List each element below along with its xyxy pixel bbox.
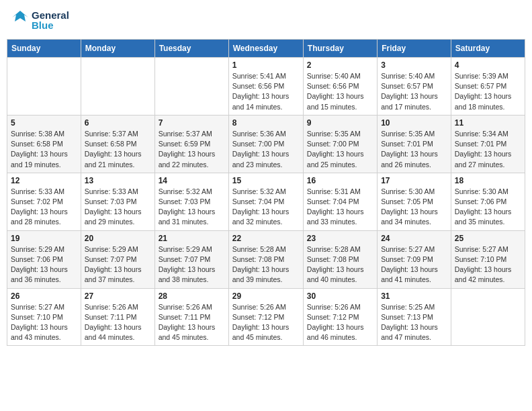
calendar-cell: 11Sunrise: 5:34 AMSunset: 7:01 PMDayligh… <box>451 115 525 173</box>
calendar-cell: 24Sunrise: 5:27 AMSunset: 7:09 PMDayligh… <box>378 230 451 288</box>
day-number: 17 <box>381 176 447 185</box>
calendar-cell: 2Sunrise: 5:40 AMSunset: 6:56 PMDaylight… <box>303 58 377 116</box>
day-number: 1 <box>232 60 300 70</box>
day-info: Sunrise: 5:32 AMSunset: 7:03 PMDaylight:… <box>159 187 225 228</box>
day-number: 9 <box>307 118 373 128</box>
calendar-header-sunday: Sunday <box>7 40 81 58</box>
day-number: 22 <box>232 234 300 243</box>
calendar-cell: 23Sunrise: 5:28 AMSunset: 7:08 PMDayligh… <box>303 230 377 288</box>
calendar-cell: 18Sunrise: 5:30 AMSunset: 7:06 PMDayligh… <box>451 173 525 230</box>
calendar-header-monday: Monday <box>81 40 154 58</box>
calendar-cell <box>7 58 81 116</box>
calendar-header-saturday: Saturday <box>451 40 525 58</box>
day-info: Sunrise: 5:40 AMSunset: 6:56 PMDaylight:… <box>307 71 373 112</box>
day-number: 27 <box>85 291 151 301</box>
calendar-cell: 3Sunrise: 5:40 AMSunset: 6:57 PMDaylight… <box>378 58 451 116</box>
calendar-cell: 28Sunrise: 5:26 AMSunset: 7:11 PMDayligh… <box>154 288 228 346</box>
day-number: 12 <box>11 176 77 185</box>
calendar-cell <box>451 288 525 346</box>
day-number: 30 <box>307 291 373 301</box>
calendar-header-row: SundayMondayTuesdayWednesdayThursdayFrid… <box>7 40 525 58</box>
calendar-week-row: 12Sunrise: 5:33 AMSunset: 7:02 PMDayligh… <box>7 173 525 230</box>
day-number: 4 <box>455 60 521 70</box>
calendar-week-row: 26Sunrise: 5:27 AMSunset: 7:10 PMDayligh… <box>7 288 525 346</box>
calendar-cell: 8Sunrise: 5:36 AMSunset: 7:00 PMDaylight… <box>228 115 303 173</box>
day-number: 16 <box>307 176 373 185</box>
day-number: 15 <box>232 176 300 185</box>
day-info: Sunrise: 5:33 AMSunset: 7:02 PMDaylight:… <box>11 187 77 228</box>
calendar-header-thursday: Thursday <box>303 40 377 58</box>
day-info: Sunrise: 5:41 AMSunset: 6:56 PMDaylight:… <box>232 71 300 112</box>
calendar-cell: 30Sunrise: 5:26 AMSunset: 7:12 PMDayligh… <box>303 288 377 346</box>
calendar-header-wednesday: Wednesday <box>228 40 303 58</box>
day-number: 28 <box>159 291 225 301</box>
day-info: Sunrise: 5:35 AMSunset: 7:00 PMDaylight:… <box>307 129 373 170</box>
day-number: 8 <box>232 118 300 128</box>
calendar-cell: 10Sunrise: 5:35 AMSunset: 7:01 PMDayligh… <box>378 115 451 173</box>
logo: General Blue <box>11 9 69 31</box>
day-info: Sunrise: 5:27 AMSunset: 7:10 PMDaylight:… <box>455 244 521 285</box>
day-info: Sunrise: 5:29 AMSunset: 7:06 PMDaylight:… <box>11 244 77 285</box>
calendar-cell: 12Sunrise: 5:33 AMSunset: 7:02 PMDayligh… <box>7 173 81 230</box>
day-number: 2 <box>307 60 373 70</box>
calendar-cell: 29Sunrise: 5:26 AMSunset: 7:12 PMDayligh… <box>228 288 303 346</box>
day-number: 13 <box>85 176 151 185</box>
day-info: Sunrise: 5:32 AMSunset: 7:04 PMDaylight:… <box>232 187 300 228</box>
day-info: Sunrise: 5:26 AMSunset: 7:12 PMDaylight:… <box>232 302 300 343</box>
day-number: 21 <box>159 234 225 243</box>
day-number: 19 <box>11 234 77 243</box>
calendar-cell: 27Sunrise: 5:26 AMSunset: 7:11 PMDayligh… <box>81 288 154 346</box>
calendar-week-row: 5Sunrise: 5:38 AMSunset: 6:58 PMDaylight… <box>7 115 525 173</box>
calendar-week-row: 1Sunrise: 5:41 AMSunset: 6:56 PMDaylight… <box>7 58 525 116</box>
day-number: 25 <box>455 234 521 243</box>
calendar-table: SundayMondayTuesdayWednesdayThursdayFrid… <box>7 39 525 346</box>
calendar-header-tuesday: Tuesday <box>154 40 228 58</box>
day-info: Sunrise: 5:30 AMSunset: 7:06 PMDaylight:… <box>455 187 521 228</box>
day-number: 18 <box>455 176 521 185</box>
day-number: 14 <box>159 176 225 185</box>
day-info: Sunrise: 5:37 AMSunset: 6:58 PMDaylight:… <box>85 129 151 170</box>
calendar-cell: 1Sunrise: 5:41 AMSunset: 6:56 PMDaylight… <box>228 58 303 116</box>
logo-general-text: General <box>32 10 69 20</box>
day-info: Sunrise: 5:27 AMSunset: 7:10 PMDaylight:… <box>11 302 77 343</box>
day-number: 24 <box>381 234 447 243</box>
calendar-cell <box>154 58 228 116</box>
day-number: 31 <box>381 291 447 301</box>
day-number: 11 <box>455 118 521 128</box>
calendar-cell: 5Sunrise: 5:38 AMSunset: 6:58 PMDaylight… <box>7 115 81 173</box>
day-number: 6 <box>85 118 151 128</box>
day-info: Sunrise: 5:28 AMSunset: 7:08 PMDaylight:… <box>232 244 300 285</box>
day-info: Sunrise: 5:39 AMSunset: 6:57 PMDaylight:… <box>455 71 521 112</box>
day-info: Sunrise: 5:37 AMSunset: 6:59 PMDaylight:… <box>159 129 225 170</box>
calendar-cell: 4Sunrise: 5:39 AMSunset: 6:57 PMDaylight… <box>451 58 525 116</box>
day-info: Sunrise: 5:29 AMSunset: 7:07 PMDaylight:… <box>85 244 151 285</box>
calendar-cell <box>81 58 154 116</box>
day-info: Sunrise: 5:28 AMSunset: 7:08 PMDaylight:… <box>307 244 373 285</box>
day-info: Sunrise: 5:25 AMSunset: 7:13 PMDaylight:… <box>381 302 447 343</box>
day-info: Sunrise: 5:27 AMSunset: 7:09 PMDaylight:… <box>381 244 447 285</box>
day-info: Sunrise: 5:40 AMSunset: 6:57 PMDaylight:… <box>381 71 447 112</box>
day-info: Sunrise: 5:38 AMSunset: 6:58 PMDaylight:… <box>11 129 77 170</box>
calendar-cell: 15Sunrise: 5:32 AMSunset: 7:04 PMDayligh… <box>228 173 303 230</box>
calendar-cell: 13Sunrise: 5:33 AMSunset: 7:03 PMDayligh… <box>81 173 154 230</box>
logo-bird-icon <box>11 9 30 31</box>
calendar-cell: 26Sunrise: 5:27 AMSunset: 7:10 PMDayligh… <box>7 288 81 346</box>
day-info: Sunrise: 5:36 AMSunset: 7:00 PMDaylight:… <box>232 129 300 170</box>
day-info: Sunrise: 5:26 AMSunset: 7:12 PMDaylight:… <box>307 302 373 343</box>
calendar-week-row: 19Sunrise: 5:29 AMSunset: 7:06 PMDayligh… <box>7 230 525 288</box>
day-info: Sunrise: 5:33 AMSunset: 7:03 PMDaylight:… <box>85 187 151 228</box>
day-number: 23 <box>307 234 373 243</box>
calendar-cell: 6Sunrise: 5:37 AMSunset: 6:58 PMDaylight… <box>81 115 154 173</box>
day-number: 7 <box>159 118 225 128</box>
calendar-cell: 17Sunrise: 5:30 AMSunset: 7:05 PMDayligh… <box>378 173 451 230</box>
calendar-cell: 20Sunrise: 5:29 AMSunset: 7:07 PMDayligh… <box>81 230 154 288</box>
svg-marker-0 <box>12 11 28 21</box>
day-number: 29 <box>232 291 300 301</box>
day-number: 5 <box>11 118 77 128</box>
day-number: 3 <box>381 60 447 70</box>
calendar-cell: 31Sunrise: 5:25 AMSunset: 7:13 PMDayligh… <box>378 288 451 346</box>
day-number: 26 <box>11 291 77 301</box>
calendar-cell: 25Sunrise: 5:27 AMSunset: 7:10 PMDayligh… <box>451 230 525 288</box>
day-number: 20 <box>85 234 151 243</box>
day-info: Sunrise: 5:31 AMSunset: 7:04 PMDaylight:… <box>307 187 373 228</box>
